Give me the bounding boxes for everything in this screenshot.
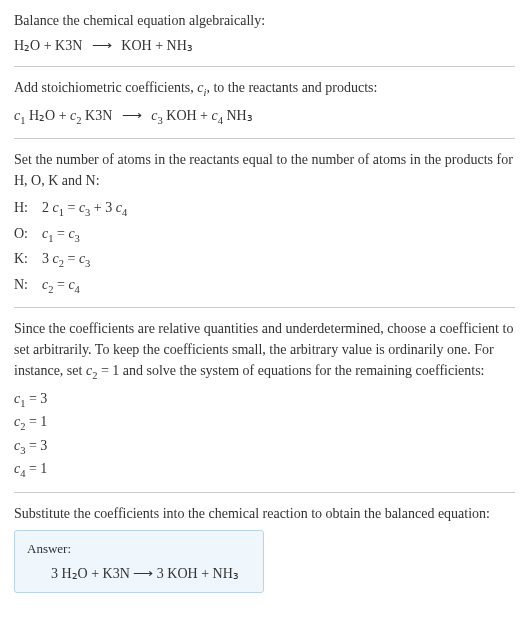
text: NH₃ — [223, 108, 253, 123]
solve-text: Since the coefficients are relative quan… — [14, 318, 515, 384]
element-equation: c1 = c3 — [42, 223, 80, 247]
divider — [14, 492, 515, 493]
text: H₂O + — [25, 108, 70, 123]
divider — [14, 138, 515, 139]
element-label: O: — [14, 223, 42, 247]
atom-table: H: 2 c1 = c3 + 3 c4 O: c1 = c3 K: 3 c2 =… — [14, 197, 515, 297]
section-answer: Substitute the coefficients into the che… — [14, 503, 515, 593]
problem-title: Balance the chemical equation algebraica… — [14, 10, 515, 31]
atom-balance-title: Set the number of atoms in the reactants… — [14, 149, 515, 191]
coeff-row: c4 = 1 — [14, 458, 515, 482]
element-label: K: — [14, 248, 42, 272]
answer-intro: Substitute the coefficients into the che… — [14, 503, 515, 524]
text: KOH + — [163, 108, 212, 123]
table-row: O: c1 = c3 — [14, 223, 515, 247]
val: = 1 — [25, 414, 47, 429]
element-equation: 3 c2 = c3 — [42, 248, 90, 272]
element-equation: c2 = c4 — [42, 274, 80, 298]
val: = 3 — [25, 438, 47, 453]
text: = — [53, 226, 68, 241]
text: , to the reactants and products: — [206, 80, 377, 95]
section-problem: Balance the chemical equation algebraica… — [14, 10, 515, 56]
unbalanced-equation: H₂O + K3N ⟶ KOH + NH₃ — [14, 35, 515, 56]
text: = — [64, 200, 79, 215]
cs: 4 — [122, 207, 127, 218]
section-coefficients: Add stoichiometric coefficients, ci, to … — [14, 77, 515, 128]
table-row: H: 2 c1 = c3 + 3 c4 — [14, 197, 515, 221]
text: = 1 and solve the system of equations fo… — [97, 363, 484, 378]
answer-label: Answer: — [27, 539, 251, 559]
text: + 3 — [90, 200, 115, 215]
section-solve: Since the coefficients are relative quan… — [14, 318, 515, 482]
coeff-intro: Add stoichiometric coefficients, ci, to … — [14, 77, 515, 101]
arrow-icon: ⟶ — [92, 35, 112, 56]
arrow-icon: ⟶ — [133, 566, 153, 581]
text: Add stoichiometric coefficients, — [14, 80, 197, 95]
text: K3N — [82, 108, 116, 123]
eq-rhs: KOH + NH₃ — [121, 38, 192, 53]
answer-box: Answer: 3 H₂O + K3N ⟶ 3 KOH + NH₃ — [14, 530, 264, 593]
text: = — [53, 277, 68, 292]
section-atom-balance: Set the number of atoms in the reactants… — [14, 149, 515, 297]
eq-rhs: 3 KOH + NH₃ — [153, 566, 238, 581]
val: = 1 — [25, 461, 47, 476]
coeff-row: c1 = 3 — [14, 388, 515, 412]
arrow-icon: ⟶ — [122, 105, 142, 126]
cs: 3 — [75, 232, 80, 243]
coeff-row: c3 = 3 — [14, 435, 515, 459]
text: = — [64, 251, 79, 266]
table-row: K: 3 c2 = c3 — [14, 248, 515, 272]
table-row: N: c2 = c4 — [14, 274, 515, 298]
text: 3 — [42, 251, 53, 266]
eq-lhs: H₂O + K3N — [14, 38, 82, 53]
text: 2 — [42, 200, 53, 215]
element-label: N: — [14, 274, 42, 298]
balanced-equation: 3 H₂O + K3N ⟶ 3 KOH + NH₃ — [27, 563, 251, 584]
cs: 4 — [75, 284, 80, 295]
divider — [14, 307, 515, 308]
coeff-equation: c1 H₂O + c2 K3N ⟶ c3 KOH + c4 NH₃ — [14, 105, 515, 129]
element-equation: 2 c1 = c3 + 3 c4 — [42, 197, 127, 221]
divider — [14, 66, 515, 67]
val: = 3 — [25, 391, 47, 406]
eq-lhs: 3 H₂O + K3N — [51, 566, 133, 581]
coeff-list: c1 = 3 c2 = 1 c3 = 3 c4 = 1 — [14, 388, 515, 482]
element-label: H: — [14, 197, 42, 221]
cs: 3 — [85, 258, 90, 269]
coeff-row: c2 = 1 — [14, 411, 515, 435]
